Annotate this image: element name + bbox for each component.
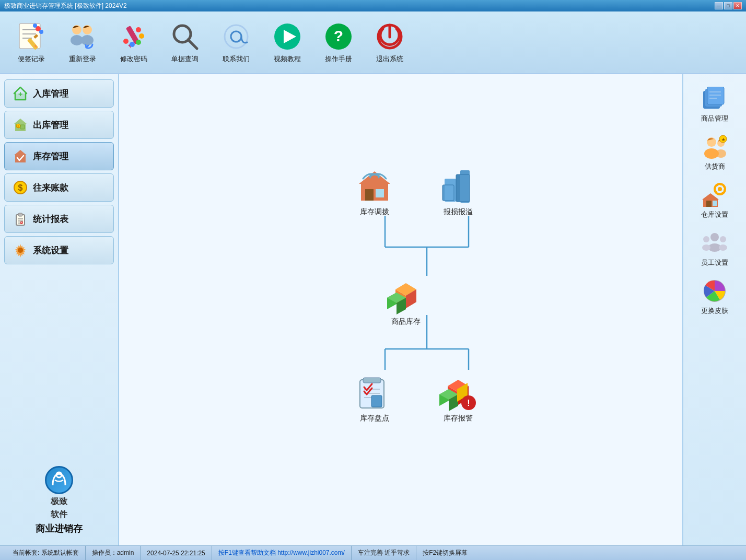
svg-rect-64 <box>445 179 456 202</box>
stock-label: 商品库存 <box>391 317 421 326</box>
svg-point-25 <box>231 31 241 42</box>
toolbar-query-button[interactable]: 单据查询 <box>162 16 208 68</box>
sidebar-inventory[interactable]: 库存管理 <box>4 142 114 170</box>
toolbar-exit-button[interactable]: 退出系统 <box>367 16 413 68</box>
svg-point-19 <box>136 40 141 45</box>
svg-text:!: ! <box>467 399 470 407</box>
close-button[interactable]: ✕ <box>733 2 742 9</box>
sidebar-outbound-label: 出库管理 <box>33 119 68 131</box>
minimize-button[interactable]: ─ <box>715 2 723 9</box>
svg-rect-37 <box>20 125 25 129</box>
svg-rect-66 <box>460 170 470 203</box>
toolbar-exit-label: 退出系统 <box>376 54 403 64</box>
svg-text:★: ★ <box>721 137 726 142</box>
flow-node-check[interactable]: 库存盘点 <box>354 375 395 423</box>
svg-text:$: $ <box>18 183 23 192</box>
goods-label: 商品管理 <box>701 114 728 123</box>
svg-marker-38 <box>14 150 27 162</box>
flow-node-damage[interactable]: 报损报溢 <box>437 169 479 217</box>
plus-house-icon: + <box>13 86 28 101</box>
employee-label: 员工设置 <box>701 258 728 267</box>
toolbar-relogin-button[interactable]: 重新登录 <box>60 16 106 68</box>
sidebar-reports-label: 统计报表 <box>33 213 68 225</box>
right-warehouse-button[interactable]: 仓库设置 <box>689 179 741 223</box>
right-skin-button[interactable]: 更换皮肤 <box>689 275 741 319</box>
logo-symbol <box>45 466 73 494</box>
damage-label: 报损报溢 <box>444 207 473 217</box>
toolbar-video-button[interactable]: 视频教程 <box>264 16 310 68</box>
check-label: 库存盘点 <box>360 414 389 423</box>
toolbar-manual-button[interactable]: ? 操作手册 <box>316 16 362 68</box>
at-icon <box>220 21 252 52</box>
svg-point-10 <box>33 24 37 28</box>
svg-point-14 <box>81 35 94 45</box>
status-account: 当前帐套: 系统默认帐套 <box>6 546 86 560</box>
svg-rect-42 <box>18 213 22 216</box>
toolbar-contact-button[interactable]: 联系我们 <box>213 16 259 68</box>
supplier-label: 供货商 <box>705 162 725 171</box>
maximize-button[interactable]: □ <box>724 2 732 9</box>
sidebar-reports[interactable]: 统计报表 <box>4 205 114 233</box>
right-supplier-button[interactable]: ★ 供货商 <box>689 131 741 174</box>
svg-point-18 <box>130 42 135 47</box>
svg-rect-46 <box>20 221 23 224</box>
right-goods-button[interactable]: 商品管理 <box>689 83 741 126</box>
title-bar-buttons: ─ □ ✕ <box>715 2 742 9</box>
svg-rect-107 <box>706 201 712 207</box>
sidebar-inbound-label: 入库管理 <box>33 88 68 100</box>
svg-point-104 <box>718 187 722 191</box>
svg-point-20 <box>139 33 144 39</box>
flow-node-stock[interactable]: 商品库存 <box>385 278 427 326</box>
toolbar: 便签记录 重新登录 <box>0 11 746 74</box>
status-focus: 车注完善 近乎苛求 <box>352 546 416 560</box>
svg-text:+: + <box>18 90 22 98</box>
svg-point-100 <box>716 149 726 158</box>
title-bar: 极致商业进销存管理系统 [极致软件] 2024V2 ─ □ ✕ <box>0 0 746 11</box>
toolbar-contact-label: 联系我们 <box>223 54 250 64</box>
toolbar-note-button[interactable]: 便签记录 <box>8 16 54 68</box>
toolbar-changepwd-label: 修改密码 <box>120 54 147 64</box>
flow-node-alarm[interactable]: ! 库存报警 <box>437 375 479 423</box>
power-icon <box>374 21 405 52</box>
house-check-icon <box>13 149 28 164</box>
right-employee-button[interactable]: 员工设置 <box>689 227 741 271</box>
pencil-dots-icon <box>118 21 149 52</box>
sidebar-inbound[interactable]: + 入库管理 <box>4 79 114 108</box>
employee-icon <box>700 230 729 256</box>
alarm-label: 库存报警 <box>444 414 473 423</box>
clipboard-icon <box>13 212 28 226</box>
svg-rect-81 <box>371 395 382 407</box>
svg-point-49 <box>56 472 62 477</box>
warehouse-icon <box>700 182 729 208</box>
right-sidebar: 商品管理 ★ 供货商 <box>683 74 746 545</box>
svg-rect-60 <box>376 189 384 197</box>
sidebar-outbound[interactable]: $ 出库管理 <box>4 111 114 139</box>
svg-point-109 <box>710 233 719 241</box>
skin-label: 更换皮肤 <box>701 306 728 316</box>
alarm-icon: ! <box>437 375 479 412</box>
search-icon <box>169 21 201 52</box>
svg-point-114 <box>719 244 727 251</box>
play-icon <box>272 21 303 52</box>
toolbar-changepwd-button[interactable]: 修改密码 <box>111 16 157 68</box>
svg-text:?: ? <box>334 27 343 44</box>
toolbar-relogin-label: 重新登录 <box>69 54 96 64</box>
logo-line1: 极致 <box>51 496 67 507</box>
main-container: + 入库管理 $ 出库管理 库 <box>0 74 746 545</box>
people-icon <box>67 21 98 52</box>
dollar-icon: $ <box>13 180 28 195</box>
toolbar-note-label: 便签记录 <box>18 54 45 64</box>
damage-icon <box>437 169 479 205</box>
toolbar-video-label: 视频教程 <box>274 54 301 64</box>
flow-node-transfer[interactable]: 库存调拨 <box>354 169 395 217</box>
left-sidebar: + 入库管理 $ 出库管理 库 <box>0 74 119 545</box>
logo-line2: 软件 <box>51 509 67 520</box>
gear-icon <box>13 243 28 258</box>
svg-point-24 <box>225 25 248 48</box>
sidebar-settings[interactable]: 系统设置 <box>4 236 114 264</box>
flow-diagram: 库存调拨 报损报溢 <box>270 164 531 456</box>
svg-rect-108 <box>713 201 717 206</box>
question-icon: ? <box>323 21 354 52</box>
sidebar-accounts[interactable]: $ 往来账款 <box>4 173 114 202</box>
toolbar-manual-label: 操作手册 <box>325 54 352 64</box>
